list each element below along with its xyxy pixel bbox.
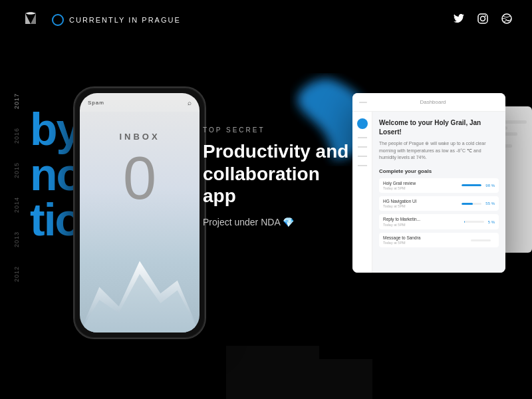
nav-social-icons bbox=[454, 13, 512, 27]
svg-marker-5 bbox=[80, 274, 200, 332]
status-indicator bbox=[52, 14, 64, 26]
year-2016[interactable]: 2016 bbox=[13, 128, 20, 144]
phone-mountain-image bbox=[80, 246, 200, 332]
navigation: CURRENTLY IN PRAGUE bbox=[0, 0, 532, 40]
year-2015[interactable]: 2015 bbox=[13, 162, 20, 178]
goal-progress-bar bbox=[464, 221, 484, 223]
sidebar-icon-2 bbox=[358, 146, 367, 148]
topbar-menu-icon bbox=[359, 102, 367, 103]
goal-name: HG Navigation UI bbox=[383, 199, 458, 204]
goal-item: HG Navigation UI Today at 5PM 55 % bbox=[379, 196, 499, 211]
project-subtitle: Project under NDA 💎 bbox=[203, 217, 349, 227]
phone-search-icon: ⌕ bbox=[188, 99, 192, 106]
goal-name: Message to Sandra bbox=[383, 235, 467, 241]
svg-point-1 bbox=[481, 17, 485, 21]
svg-point-3 bbox=[502, 14, 511, 23]
year-2014[interactable]: 2014 bbox=[13, 197, 20, 213]
goals-section-title: Complete your goals bbox=[379, 168, 499, 174]
logo[interactable] bbox=[20, 8, 41, 32]
black-rect-2 bbox=[319, 359, 372, 399]
instagram-icon[interactable] bbox=[477, 13, 488, 27]
goal-bar-fill bbox=[464, 221, 466, 223]
year-2017[interactable]: 2017 bbox=[13, 93, 20, 109]
goal-percentage: 5 % bbox=[488, 220, 495, 224]
phone-inbox-number: 0 bbox=[80, 148, 200, 208]
goal-name: Reply to Marketin... bbox=[383, 217, 460, 222]
dashboard-welcome-text: Welcome to your Holy Grail, Jan Losert! bbox=[379, 118, 499, 137]
goal-bar-fill bbox=[462, 184, 481, 186]
phone-inbox-label: INBOX bbox=[80, 132, 200, 142]
sidebar-icon-4 bbox=[358, 165, 367, 166]
goal-item: Reply to Marketin... Today at 5PM 5 % bbox=[379, 214, 499, 229]
goal-time: Today at 5PM bbox=[383, 241, 467, 245]
dashboard-title-text: Dashboard bbox=[420, 99, 446, 105]
goal-time: Today at 5PM bbox=[383, 186, 458, 190]
phone-screen: Spam ⌕ INBOX 0 bbox=[80, 93, 200, 332]
years-sidebar: 2017 2016 2015 2014 2013 2012 bbox=[13, 93, 20, 282]
dashboard-weather-text: The people of Prague ⊕ will wake up to a… bbox=[379, 140, 499, 162]
phone-outer: Spam ⌕ INBOX 0 bbox=[73, 86, 206, 339]
phone-folder-label: Spam bbox=[88, 100, 104, 106]
status-text: CURRENTLY IN PRAGUE bbox=[69, 16, 181, 24]
project-info: TOP SECRET Productivity and collaboratio… bbox=[203, 126, 349, 227]
year-2012[interactable]: 2012 bbox=[13, 266, 20, 282]
goal-progress-bar bbox=[462, 203, 481, 205]
goal-item: Message to Sandra Today at 5PM bbox=[379, 233, 499, 247]
goal-percentage: 55 % bbox=[485, 201, 495, 205]
svg-point-2 bbox=[485, 15, 486, 17]
goal-bar-fill bbox=[462, 203, 473, 205]
goals-list: Holy Grail review Today at 5PM 98 % HG N… bbox=[379, 178, 499, 248]
black-rect-1 bbox=[226, 346, 319, 399]
goal-percentage: 98 % bbox=[485, 184, 495, 188]
goal-time: Today at 5PM bbox=[383, 223, 460, 227]
goal-time: Today at 5PM bbox=[383, 204, 458, 208]
dashboard-topbar: Dashboard bbox=[352, 93, 505, 112]
dashboard-main-content: Welcome to your Holy Grail, Jan Losert! … bbox=[372, 112, 505, 273]
dashboard-card-main: Dashboard Welcome to your Holy Grail, Ja… bbox=[352, 93, 505, 273]
sidebar-icon-3 bbox=[358, 156, 367, 157]
twitter-icon[interactable] bbox=[454, 14, 464, 26]
dashboard-sidebar bbox=[352, 112, 372, 273]
phone-mockup: Spam ⌕ INBOX 0 bbox=[73, 86, 206, 339]
phone-status-bar: Spam ⌕ bbox=[80, 93, 200, 112]
dashboard-mockup: Opened windows Dashboard Welcome to your… bbox=[352, 93, 525, 293]
project-title: Productivity and collaboration app bbox=[203, 140, 349, 207]
goal-progress-bar bbox=[462, 184, 481, 186]
nav-status: CURRENTLY IN PRAGUE bbox=[52, 14, 181, 26]
project-label: TOP SECRET bbox=[203, 126, 349, 134]
goal-item: Holy Grail review Today at 5PM 98 % bbox=[379, 178, 499, 193]
dribbble-icon[interactable] bbox=[501, 13, 512, 27]
goal-name: Holy Grail review bbox=[383, 181, 458, 186]
year-2013[interactable]: 2013 bbox=[13, 231, 20, 247]
sidebar-avatar bbox=[357, 118, 368, 129]
sidebar-icon-1 bbox=[358, 137, 367, 138]
svg-rect-0 bbox=[478, 14, 487, 23]
goal-progress-bar bbox=[471, 239, 491, 241]
